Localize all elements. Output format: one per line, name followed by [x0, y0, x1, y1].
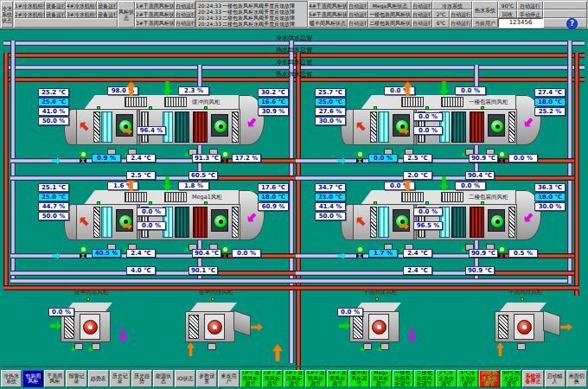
- fan_status_c-run-1[interactable]: 自动运行: [412, 10, 432, 18]
- bottom-nav-button-14[interactable]: 4#干蒸间风柜调节: [305, 370, 326, 387]
- chiller-status-button-2[interactable]: 2#冷水机组状态: [14, 10, 45, 18]
- fan_status_a-name-1[interactable]: 2#干蒸间风柜状态: [135, 10, 175, 18]
- hot-valve-actuator-icon[interactable]: [221, 246, 229, 253]
- small-fan-unit-1[interactable]: 暖丰间排风柜: [173, 289, 259, 360]
- fan_status_b-run-1[interactable]: 自动运行: [348, 10, 368, 18]
- bottom-nav-button-9[interactable]: 参数设置: [196, 370, 217, 387]
- bottom-nav-button-12[interactable]: 2#干蒸间风柜调节: [262, 370, 283, 387]
- fan_status_c-run-0[interactable]: 自动运行: [412, 1, 432, 10]
- fan_status_b-run-2[interactable]: 自动运行: [348, 18, 368, 28]
- chiller-run-state-1[interactable]: 设备运行: [97, 1, 118, 10]
- chiller-status-button-0[interactable]: 1#冷水机组状态: [14, 1, 45, 10]
- ahu-right-display-2: 25.2 %: [534, 107, 566, 116]
- fan_status_a-name-0[interactable]: 1#干蒸间风柜状态: [135, 1, 175, 10]
- fan_status_b-name-0[interactable]: 4#干蒸间风柜状态: [308, 1, 348, 10]
- bottom-nav-button-7[interactable]: 能源状态: [153, 370, 174, 387]
- help-icon[interactable]: ?: [566, 18, 578, 29]
- small-fan-unit-3[interactable]: 干蒸间排风柜: [483, 289, 569, 360]
- ahu-mid-display-1: 0.0 %: [137, 221, 166, 230]
- ahu-unit-0[interactable]: 25.2 ℃25.6 ℃41.0 %50.0 %30.2 ℃16.6 ℃30.9…: [35, 83, 294, 163]
- chiller-run-state-2[interactable]: 设备运行: [45, 10, 66, 18]
- bottom-nav-button-15[interactable]: 5#干蒸间风柜调节: [327, 370, 348, 387]
- cold-sys-run-1[interactable]: 自动运行: [450, 18, 472, 28]
- bottom-nav-button-10[interactable]: 更改用户: [218, 370, 239, 387]
- ahu-unit-1[interactable]: 25.7 ℃25.0 ℃27.6 %30.0 %27.4 ℃18.0 ℃25.2…: [311, 83, 571, 163]
- ahu-unit-2[interactable]: 25.1 ℃25.0 ℃44.7 %50.0 %17.6 ℃18.0 ℃60.9…: [35, 178, 294, 258]
- ahu-name-label: 缓冲间风柜: [192, 99, 252, 105]
- small-fan-unit-2[interactable]: 干蒸间送风柜0.0 %: [337, 289, 424, 360]
- small-fan-unit-0[interactable]: 暖丰间送风柜0.0 %: [48, 289, 135, 360]
- chiller-run-state-0[interactable]: 设备运行: [45, 1, 66, 10]
- fan_status_a-run-2[interactable]: 自动运行: [175, 18, 195, 28]
- fan_status_a-name-2[interactable]: 3#干蒸间风柜状态: [135, 18, 175, 28]
- bottom-nav-button-23[interactable]: 90℃热水系统调节: [501, 370, 521, 387]
- bottom-nav-button-13[interactable]: 3#干蒸间风柜调节: [284, 370, 304, 387]
- cold-valve-actuator-icon[interactable]: [80, 246, 87, 253]
- bottom-nav-button-17[interactable]: Mega间风柜调节: [370, 370, 391, 387]
- cold-valve-actuator-icon[interactable]: [356, 246, 364, 253]
- chiller-status-button-3[interactable]: 3#冷水机组状态: [66, 10, 97, 18]
- bottom-nav-button-26[interactable]: 画面切换: [566, 370, 587, 387]
- chiller-status-button-1[interactable]: 4#冷水机组状态: [66, 1, 97, 10]
- cold-valve-actuator-icon[interactable]: [80, 150, 87, 158]
- fan_status_a-run-1[interactable]: 自动运行: [175, 10, 195, 18]
- fan_status_c-name-0[interactable]: Mega风柜状态: [368, 1, 412, 10]
- ahu-left-display-0: 25.2 ℃: [38, 88, 69, 97]
- cold-sys-run-0[interactable]: 自动运行: [450, 10, 472, 18]
- fan_status_a-run-0[interactable]: 自动运行: [175, 1, 195, 10]
- hot-sys-name-0[interactable]: 90℃: [498, 1, 517, 10]
- fan_status_b-name-2[interactable]: 暖丰间风柜状态: [308, 18, 348, 28]
- bottom-nav-button-18[interactable]: 一楼包装间风柜调节: [393, 370, 413, 387]
- cold-valve-actuator-icon[interactable]: [356, 150, 364, 158]
- outlet-panel: [232, 207, 239, 238]
- hot-valve-actuator-icon[interactable]: [498, 246, 506, 253]
- bottom-nav-button-1[interactable]: 包装间风柜: [22, 370, 43, 387]
- ahu-unit-3[interactable]: 34.7 ℃25.0 ℃41.4 %50.0 %36.3 ℃18.0 ℃30.0…: [311, 178, 571, 258]
- bottom-nav-button-21[interactable]: 6℃冷水系统调节: [457, 370, 478, 387]
- bottom-nav-button-16[interactable]: 暖丰间风柜调节: [348, 370, 369, 387]
- hot-valve-actuator-icon[interactable]: [498, 150, 506, 158]
- fan_status_b-run-0[interactable]: 自动运行: [348, 1, 368, 10]
- bottom-nav-button-5[interactable]: 历史记录: [110, 370, 131, 387]
- exhaust-air-in-arrow-icon: [496, 342, 504, 356]
- hot-sys-run-1[interactable]: 手动停止: [517, 10, 543, 18]
- fan_status_c-run-2[interactable]: 自动运行: [412, 18, 432, 28]
- bottom-nav-button-2[interactable]: 干蒸间风柜: [44, 370, 65, 387]
- bottom-nav-button-20[interactable]: 2℃冷水系统调节: [436, 370, 457, 387]
- bottom-nav-button-3[interactable]: 报警记录: [66, 370, 86, 387]
- bottom-nav-button-11[interactable]: 1#干蒸间风柜调节: [240, 370, 261, 387]
- bottom-nav-button-24[interactable]: 系统设备停止: [522, 370, 543, 387]
- bottom-nav-button-25[interactable]: 启动输入: [545, 370, 566, 387]
- bottom-nav-button-8[interactable]: IO状态: [175, 370, 195, 387]
- ahu-mid-display-0: 0.0 %: [413, 207, 443, 216]
- fresh-air-arrow-icon: [163, 81, 172, 96]
- current-user-label: 当前用户: [472, 18, 498, 28]
- ahu-right-display-2: 60.9 %: [258, 202, 289, 211]
- exhaust-duct: [543, 310, 560, 336]
- ahu-left-display-3: 50.0 %: [315, 212, 346, 220]
- return-fan: [488, 209, 505, 232]
- alarm-time: 20:24:33: [198, 9, 221, 15]
- chiller-run-state-3[interactable]: 设备运行: [97, 10, 118, 18]
- bottom-nav-button-19[interactable]: 二楼包装间风柜调节: [414, 370, 435, 387]
- filter-panel: [498, 315, 508, 339]
- bottom-nav-button-22[interactable]: 回收热水系统调节: [479, 370, 500, 387]
- bottom-nav-button-6[interactable]: 历史趋势: [131, 370, 152, 387]
- hot-valve-actuator-icon[interactable]: [221, 150, 229, 158]
- cold-sys-name-0[interactable]: 2℃: [432, 10, 450, 18]
- bottom-nav-button-0[interactable]: 冷热水系统: [1, 370, 22, 387]
- supply-fan: [116, 209, 133, 232]
- ahu-top-display-0: 1.6 %: [107, 182, 138, 190]
- status-led: [211, 297, 214, 301]
- bottom-nav-button-4[interactable]: 趋势表: [88, 370, 109, 387]
- fan_status_b-name-1[interactable]: 5#干蒸间风柜状态: [308, 10, 348, 18]
- hot-sys-name-1[interactable]: 回收: [498, 10, 517, 18]
- status-led: [481, 106, 484, 110]
- cold-sys-name-1[interactable]: 6℃: [432, 18, 450, 28]
- fan_status_c-name-2[interactable]: 二楼包装间风柜状态: [368, 18, 412, 28]
- hot-sys-run-0[interactable]: 自动运行: [517, 1, 543, 10]
- fan_status_c-name-1[interactable]: 一楼包装间风柜状态: [368, 10, 412, 18]
- ahu-left-display-2: 41.4 %: [315, 202, 346, 211]
- fan-hub: [495, 220, 500, 224]
- status-led: [86, 297, 90, 301]
